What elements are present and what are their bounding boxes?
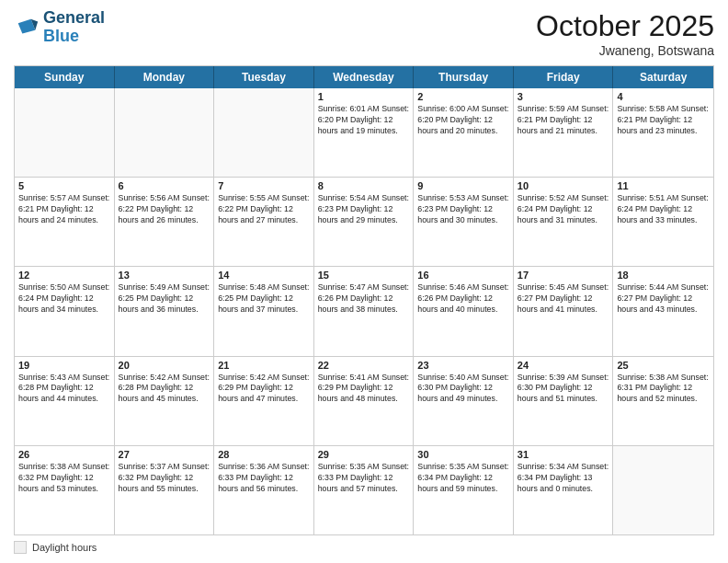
day-number: 2	[417, 91, 509, 102]
calendar-row-3: 12Sunrise: 5:50 AM Sunset: 6:24 PM Dayli…	[15, 266, 713, 355]
day-info: Sunrise: 5:55 AM Sunset: 6:22 PM Dayligh…	[218, 193, 310, 226]
header-day-tuesday: Tuesday	[214, 66, 314, 88]
title-block: October 2025 Jwaneng, Botswana	[536, 9, 714, 58]
header-day-thursday: Thursday	[414, 66, 514, 88]
day-info: Sunrise: 5:59 AM Sunset: 6:21 PM Dayligh…	[518, 104, 609, 137]
day-number: 7	[218, 180, 310, 191]
header-day-wednesday: Wednesday	[314, 66, 415, 88]
day-info: Sunrise: 5:42 AM Sunset: 6:28 PM Dayligh…	[119, 373, 210, 406]
calendar-header: SundayMondayTuesdayWednesdayThursdayFrid…	[15, 66, 713, 88]
day-info: Sunrise: 5:36 AM Sunset: 6:33 PM Dayligh…	[218, 462, 310, 495]
day-number: 23	[417, 360, 509, 371]
calendar-cell: 4Sunrise: 5:58 AM Sunset: 6:21 PM Daylig…	[613, 88, 713, 177]
header: General Blue October 2025 Jwaneng, Botsw…	[14, 9, 714, 58]
day-number: 17	[518, 270, 609, 281]
day-info: Sunrise: 5:38 AM Sunset: 6:31 PM Dayligh…	[617, 373, 710, 406]
day-info: Sunrise: 5:48 AM Sunset: 6:25 PM Dayligh…	[218, 282, 310, 316]
header-day-monday: Monday	[115, 66, 215, 88]
calendar-cell: 14Sunrise: 5:48 AM Sunset: 6:25 PM Dayli…	[214, 267, 314, 355]
day-info: Sunrise: 5:46 AM Sunset: 6:26 PM Dayligh…	[417, 282, 509, 316]
calendar-row-5: 26Sunrise: 5:38 AM Sunset: 6:32 PM Dayli…	[15, 445, 713, 534]
calendar-row-2: 5Sunrise: 5:57 AM Sunset: 6:21 PM Daylig…	[15, 177, 713, 266]
logo: General Blue	[14, 9, 105, 46]
day-number: 6	[119, 180, 210, 191]
calendar-cell: 20Sunrise: 5:42 AM Sunset: 6:28 PM Dayli…	[115, 357, 215, 445]
calendar-row-4: 19Sunrise: 5:43 AM Sunset: 6:28 PM Dayli…	[15, 356, 713, 445]
location: Jwaneng, Botswana	[536, 43, 714, 58]
day-number: 5	[18, 180, 110, 191]
day-number: 11	[617, 180, 710, 191]
logo-icon	[14, 15, 40, 40]
day-number: 21	[218, 360, 310, 371]
calendar-cell: 13Sunrise: 5:49 AM Sunset: 6:25 PM Dayli…	[115, 267, 215, 355]
calendar-cell: 31Sunrise: 5:34 AM Sunset: 6:34 PM Dayli…	[514, 446, 614, 534]
day-number: 9	[417, 180, 509, 191]
day-info: Sunrise: 5:51 AM Sunset: 6:24 PM Dayligh…	[617, 193, 710, 226]
calendar-cell: 16Sunrise: 5:46 AM Sunset: 6:26 PM Dayli…	[414, 267, 514, 355]
day-number: 30	[417, 449, 509, 460]
day-info: Sunrise: 5:35 AM Sunset: 6:33 PM Dayligh…	[318, 462, 410, 495]
logo-text: General Blue	[43, 9, 105, 46]
legend: Daylight hours	[14, 541, 714, 554]
day-info: Sunrise: 5:47 AM Sunset: 6:26 PM Dayligh…	[318, 282, 410, 316]
day-info: Sunrise: 5:53 AM Sunset: 6:23 PM Dayligh…	[417, 193, 509, 226]
day-info: Sunrise: 6:01 AM Sunset: 6:20 PM Dayligh…	[318, 104, 410, 137]
day-info: Sunrise: 5:54 AM Sunset: 6:23 PM Dayligh…	[318, 193, 410, 226]
calendar-cell	[115, 88, 215, 177]
day-info: Sunrise: 5:34 AM Sunset: 6:34 PM Dayligh…	[518, 462, 609, 495]
day-number: 15	[318, 270, 410, 281]
day-number: 19	[18, 360, 110, 371]
calendar-cell: 21Sunrise: 5:42 AM Sunset: 6:29 PM Dayli…	[214, 357, 314, 445]
calendar-cell: 7Sunrise: 5:55 AM Sunset: 6:22 PM Daylig…	[214, 178, 314, 266]
day-number: 20	[119, 360, 210, 371]
day-number: 26	[18, 449, 110, 460]
day-info: Sunrise: 5:37 AM Sunset: 6:32 PM Dayligh…	[119, 462, 210, 495]
calendar-cell: 24Sunrise: 5:39 AM Sunset: 6:30 PM Dayli…	[514, 357, 614, 445]
day-number: 27	[119, 449, 210, 460]
calendar-cell: 18Sunrise: 5:44 AM Sunset: 6:27 PM Dayli…	[613, 267, 713, 355]
day-info: Sunrise: 5:35 AM Sunset: 6:34 PM Dayligh…	[417, 462, 509, 495]
page: General Blue October 2025 Jwaneng, Botsw…	[0, 0, 728, 563]
calendar-cell: 22Sunrise: 5:41 AM Sunset: 6:29 PM Dayli…	[314, 357, 415, 445]
day-info: Sunrise: 5:52 AM Sunset: 6:24 PM Dayligh…	[518, 193, 609, 226]
day-info: Sunrise: 5:50 AM Sunset: 6:24 PM Dayligh…	[18, 282, 110, 316]
calendar-row-1: 1Sunrise: 6:01 AM Sunset: 6:20 PM Daylig…	[15, 88, 713, 177]
calendar-cell: 19Sunrise: 5:43 AM Sunset: 6:28 PM Dayli…	[15, 357, 115, 445]
calendar-cell: 15Sunrise: 5:47 AM Sunset: 6:26 PM Dayli…	[314, 267, 415, 355]
legend-box	[14, 541, 27, 554]
calendar-cell: 17Sunrise: 5:45 AM Sunset: 6:27 PM Dayli…	[514, 267, 614, 355]
day-number: 31	[518, 449, 609, 460]
calendar-cell: 2Sunrise: 6:00 AM Sunset: 6:20 PM Daylig…	[414, 88, 514, 177]
day-number: 24	[518, 360, 609, 371]
calendar-cell: 5Sunrise: 5:57 AM Sunset: 6:21 PM Daylig…	[15, 178, 115, 266]
calendar-cell: 6Sunrise: 5:56 AM Sunset: 6:22 PM Daylig…	[115, 178, 215, 266]
day-number: 14	[218, 270, 310, 281]
day-info: Sunrise: 5:44 AM Sunset: 6:27 PM Dayligh…	[617, 282, 710, 316]
calendar-cell: 9Sunrise: 5:53 AM Sunset: 6:23 PM Daylig…	[414, 178, 514, 266]
day-number: 1	[318, 91, 410, 102]
day-info: Sunrise: 5:56 AM Sunset: 6:22 PM Dayligh…	[119, 193, 210, 226]
day-info: Sunrise: 5:43 AM Sunset: 6:28 PM Dayligh…	[18, 373, 110, 406]
calendar-cell: 27Sunrise: 5:37 AM Sunset: 6:32 PM Dayli…	[115, 446, 215, 534]
month-title: October 2025	[536, 9, 714, 43]
calendar-cell	[214, 88, 314, 177]
day-number: 10	[518, 180, 609, 191]
day-info: Sunrise: 6:00 AM Sunset: 6:20 PM Dayligh…	[417, 104, 509, 137]
calendar-cell: 8Sunrise: 5:54 AM Sunset: 6:23 PM Daylig…	[314, 178, 415, 266]
day-number: 28	[218, 449, 310, 460]
calendar: SundayMondayTuesdayWednesdayThursdayFrid…	[14, 65, 714, 535]
day-number: 8	[318, 180, 410, 191]
calendar-cell	[613, 446, 713, 534]
header-day-saturday: Saturday	[613, 66, 713, 88]
header-day-friday: Friday	[514, 66, 614, 88]
day-info: Sunrise: 5:38 AM Sunset: 6:32 PM Dayligh…	[18, 462, 110, 495]
day-number: 13	[119, 270, 210, 281]
legend-label: Daylight hours	[32, 542, 97, 553]
calendar-cell: 11Sunrise: 5:51 AM Sunset: 6:24 PM Dayli…	[613, 178, 713, 266]
calendar-cell: 28Sunrise: 5:36 AM Sunset: 6:33 PM Dayli…	[214, 446, 314, 534]
day-number: 3	[518, 91, 609, 102]
calendar-cell: 3Sunrise: 5:59 AM Sunset: 6:21 PM Daylig…	[514, 88, 614, 177]
calendar-body: 1Sunrise: 6:01 AM Sunset: 6:20 PM Daylig…	[15, 88, 713, 534]
calendar-cell: 1Sunrise: 6:01 AM Sunset: 6:20 PM Daylig…	[314, 88, 415, 177]
header-day-sunday: Sunday	[15, 66, 115, 88]
